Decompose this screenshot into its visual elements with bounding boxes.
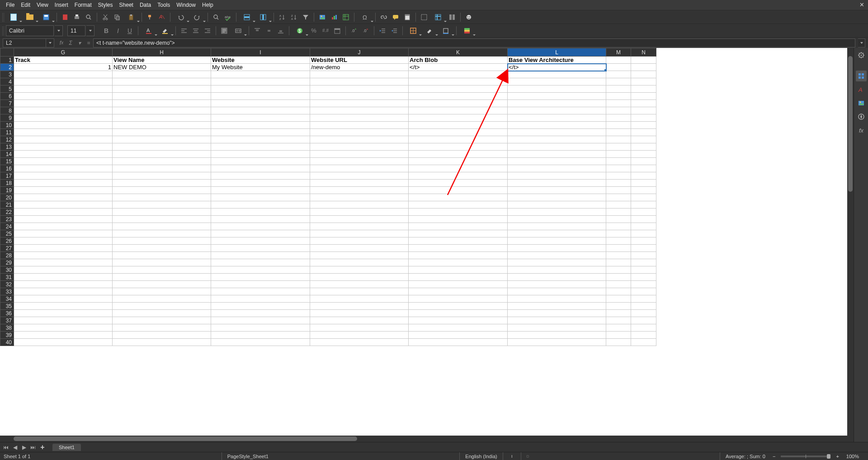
cell-L39[interactable] <box>508 332 606 339</box>
cell-M30[interactable] <box>606 266 631 274</box>
cell-H27[interactable] <box>113 245 211 252</box>
menu-sheet[interactable]: Sheet <box>116 0 137 9</box>
row-12[interactable]: 12 <box>0 136 656 143</box>
cell-N26[interactable] <box>631 237 656 245</box>
cell-K36[interactable] <box>409 310 508 317</box>
cell-G15[interactable] <box>14 158 113 165</box>
row-5[interactable]: 5 <box>0 85 656 93</box>
cell-M31[interactable] <box>606 274 631 281</box>
cell-J8[interactable] <box>310 107 409 114</box>
cell-J40[interactable] <box>310 339 409 346</box>
cell-M25[interactable] <box>606 230 631 237</box>
tab-next-icon[interactable]: ▶ <box>20 443 28 451</box>
cell-K23[interactable] <box>409 216 508 223</box>
sidebar-properties-icon[interactable] <box>856 71 867 81</box>
cell-I30[interactable] <box>211 266 310 274</box>
row-21[interactable]: 21 <box>0 201 656 209</box>
col-header-L[interactable]: L <box>508 48 606 57</box>
cell-H37[interactable] <box>113 317 211 324</box>
row-header-14[interactable]: 14 <box>0 151 14 158</box>
cell-N35[interactable] <box>631 303 656 310</box>
cell-J29[interactable] <box>310 259 409 266</box>
cell-N5[interactable] <box>631 85 656 93</box>
cell-N13[interactable] <box>631 143 656 151</box>
align-top-button[interactable] <box>252 25 263 36</box>
cell-K21[interactable] <box>409 201 508 209</box>
row-header-39[interactable]: 39 <box>0 332 14 339</box>
cell-L22[interactable] <box>508 209 606 216</box>
cell-G19[interactable] <box>14 187 113 194</box>
status-language[interactable]: English (India) <box>459 452 502 460</box>
cell-J15[interactable] <box>310 158 409 165</box>
cell-L17[interactable] <box>508 172 606 180</box>
cell-H35[interactable] <box>113 303 211 310</box>
cell-L12[interactable] <box>508 136 606 143</box>
row-header-7[interactable]: 7 <box>0 100 14 107</box>
remove-decimal-button[interactable]: .0× <box>360 25 371 36</box>
cell-I27[interactable] <box>211 245 310 252</box>
cell-H24[interactable] <box>113 223 211 230</box>
formula-expand-icon[interactable] <box>858 38 865 47</box>
merge-cells-button[interactable] <box>231 25 246 36</box>
cell-I22[interactable] <box>211 209 310 216</box>
cell-N10[interactable] <box>631 122 656 129</box>
row-7[interactable]: 7 <box>0 100 656 107</box>
row-header-3[interactable]: 3 <box>0 71 14 78</box>
cell-M10[interactable] <box>606 122 631 129</box>
cell-L3[interactable] <box>508 71 606 78</box>
cell-J2[interactable]: /new-demo <box>310 64 409 71</box>
cell-M38[interactable] <box>606 324 631 332</box>
cell-G17[interactable] <box>14 172 113 180</box>
cell-I38[interactable] <box>211 324 310 332</box>
cell-I13[interactable] <box>211 143 310 151</box>
sidebar-settings-icon[interactable] <box>856 50 867 61</box>
cell-G33[interactable] <box>14 288 113 295</box>
cell-J9[interactable] <box>310 114 409 122</box>
cell-I40[interactable] <box>211 339 310 346</box>
row-header-12[interactable]: 12 <box>0 136 14 143</box>
cell-I37[interactable] <box>211 317 310 324</box>
cell-N19[interactable] <box>631 187 656 194</box>
row-24[interactable]: 24 <box>0 223 656 230</box>
cell-L20[interactable] <box>508 194 606 201</box>
cell-I29[interactable] <box>211 259 310 266</box>
align-center-button[interactable] <box>190 25 201 36</box>
cell-I5[interactable] <box>211 85 310 93</box>
cell-M29[interactable] <box>606 259 631 266</box>
cell-M1[interactable] <box>606 57 631 64</box>
col-header-K[interactable]: K <box>409 48 508 57</box>
cell-I7[interactable] <box>211 100 310 107</box>
row-38[interactable]: 38 <box>0 324 656 332</box>
cell-G16[interactable] <box>14 165 113 172</box>
row-22[interactable]: 22 <box>0 209 656 216</box>
cell-N25[interactable] <box>631 230 656 237</box>
row-header-31[interactable]: 31 <box>0 274 14 281</box>
row-15[interactable]: 15 <box>0 158 656 165</box>
row-header-40[interactable]: 40 <box>0 339 14 346</box>
cell-H28[interactable] <box>113 252 211 259</box>
menu-format[interactable]: Format <box>71 0 95 9</box>
cell-L24[interactable] <box>508 223 606 230</box>
zoom-slider[interactable] <box>781 455 830 457</box>
cell-N15[interactable] <box>631 158 656 165</box>
cell-H8[interactable] <box>113 107 211 114</box>
cell-N14[interactable] <box>631 151 656 158</box>
cell-J31[interactable] <box>310 274 409 281</box>
cell-N40[interactable] <box>631 339 656 346</box>
cell-G18[interactable] <box>14 180 113 187</box>
sidebar-navigator-icon[interactable] <box>856 111 867 122</box>
cell-G36[interactable] <box>14 310 113 317</box>
cell-H13[interactable] <box>113 143 211 151</box>
sidebar-functions-icon[interactable]: fx <box>856 125 867 136</box>
cell-M18[interactable] <box>606 180 631 187</box>
cell-G29[interactable] <box>14 259 113 266</box>
redo-button[interactable] <box>189 12 205 23</box>
cell-G11[interactable] <box>14 129 113 136</box>
cell-M27[interactable] <box>606 245 631 252</box>
comment-button[interactable] <box>390 12 401 23</box>
cell-G23[interactable] <box>14 216 113 223</box>
cell-H30[interactable] <box>113 266 211 274</box>
freeze-button[interactable] <box>430 12 446 23</box>
date-format-button[interactable] <box>332 25 343 36</box>
cell-H16[interactable] <box>113 165 211 172</box>
